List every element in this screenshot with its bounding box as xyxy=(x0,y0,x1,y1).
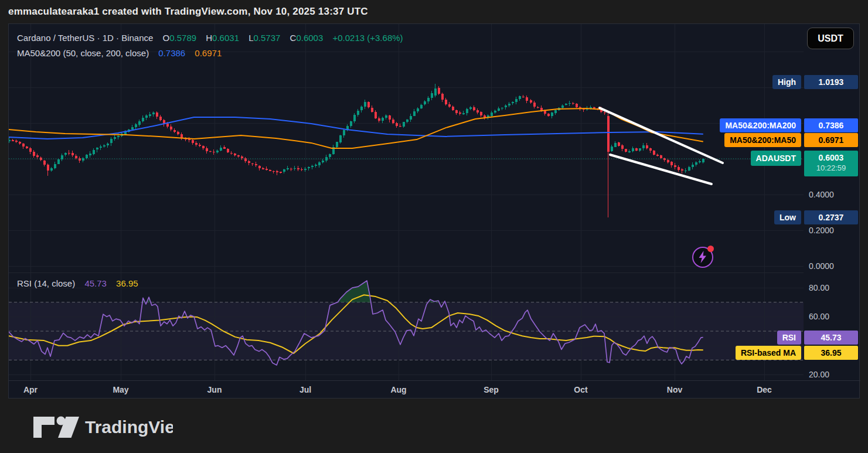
ma50-value: 0.6971 xyxy=(195,48,222,58)
flash-action-button[interactable] xyxy=(692,247,713,268)
rsi-title: RSI (14, close) xyxy=(17,278,75,288)
trend-line-1[interactable] xyxy=(600,108,723,163)
time-axis-label: Jul xyxy=(292,385,318,394)
time-axis-label: Sep xyxy=(478,385,504,394)
high-value: 0.6031 xyxy=(212,33,239,43)
low-value: 0.5737 xyxy=(254,33,281,43)
attribution-text: emmaculatearaka1 created with TradingVie… xyxy=(8,6,368,18)
ma-title: MA50&200 (50, close, 200, close) xyxy=(17,48,149,58)
time-axis-label: May xyxy=(108,385,134,394)
rsi-axis-label: 60.00 xyxy=(809,312,829,321)
rsi-value: 45.73 xyxy=(84,278,107,288)
open-label: O xyxy=(163,33,170,43)
price-scale[interactable]: 0.40000.20000.000080.0060.0020.00 xyxy=(804,24,860,380)
currency-toggle-button[interactable]: USDT xyxy=(807,28,854,49)
price-axis-label: 0.4000 xyxy=(809,190,834,199)
rsi-ma-value: 36.95 xyxy=(116,278,138,288)
rsi-legend: RSI (14, close) 45.73 36.95 xyxy=(17,278,138,288)
time-axis-label: Jun xyxy=(202,385,227,394)
ma200-value: 0.7386 xyxy=(158,48,185,58)
time-axis-label: Dec xyxy=(751,385,777,394)
open-value: 0.5789 xyxy=(169,33,196,43)
footer-bar: TradingView xyxy=(0,398,868,453)
change-value: +0.0213 (+3.68%) xyxy=(332,33,403,43)
high-label: H xyxy=(206,33,212,43)
symbol-legend: Cardano / TetherUS · 1D · Binance O0.578… xyxy=(17,33,403,43)
time-scale[interactable]: AprMayJunJulAugSepOctNovDec xyxy=(9,380,860,399)
tradingview-logo-mark xyxy=(33,417,79,438)
ma-legend: MA50&200 (50, close, 200, close) 0.7386 … xyxy=(17,48,222,58)
time-axis-label: Apr xyxy=(18,385,43,394)
candles-layer xyxy=(9,84,704,217)
ma50-line xyxy=(9,108,703,148)
rsi-axis-label: 20.00 xyxy=(809,370,829,379)
chart-plot-area[interactable] xyxy=(9,24,804,380)
time-axis-label: Nov xyxy=(662,385,687,394)
time-axis-label: Aug xyxy=(386,385,411,394)
symbol-title: Cardano / TetherUS · 1D · Binance xyxy=(17,33,153,43)
tradingview-logo: TradingView xyxy=(32,414,173,441)
price-axis-label: 0.0000 xyxy=(809,261,834,271)
price-axis-label: 0.2000 xyxy=(809,226,834,235)
notification-dot xyxy=(707,246,714,252)
chart-widget[interactable]: 0.40000.20000.000080.0060.0020.00 AprMay… xyxy=(8,23,860,398)
close-label: C xyxy=(290,33,297,43)
rsi-axis-label: 80.00 xyxy=(809,283,829,292)
low-label: L xyxy=(249,33,253,43)
ma200-line xyxy=(9,117,703,139)
close-value: 0.6003 xyxy=(296,33,323,43)
time-axis-label: Oct xyxy=(568,385,594,394)
tradingview-logo-text: TradingView xyxy=(85,417,173,437)
